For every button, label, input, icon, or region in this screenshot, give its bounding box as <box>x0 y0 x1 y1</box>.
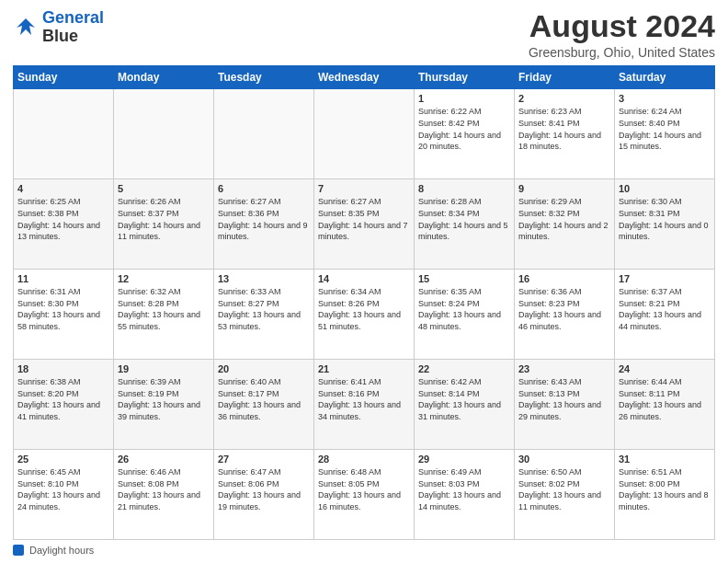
day-info: Sunrise: 6:27 AM Sunset: 8:36 PM Dayligh… <box>218 196 310 242</box>
day-info: Sunrise: 6:37 AM Sunset: 8:21 PM Dayligh… <box>619 286 711 332</box>
day-number: 25 <box>17 454 109 465</box>
day-number: 20 <box>218 363 310 374</box>
table-row <box>14 89 114 179</box>
table-row: 13Sunrise: 6:33 AM Sunset: 8:27 PM Dayli… <box>214 270 314 360</box>
daylight-indicator <box>13 545 24 556</box>
table-row: 17Sunrise: 6:37 AM Sunset: 8:21 PM Dayli… <box>615 270 715 360</box>
day-info: Sunrise: 6:50 AM Sunset: 8:02 PM Dayligh… <box>518 466 610 512</box>
day-info: Sunrise: 6:30 AM Sunset: 8:31 PM Dayligh… <box>619 196 711 242</box>
table-row: 21Sunrise: 6:41 AM Sunset: 8:16 PM Dayli… <box>314 360 415 450</box>
day-number: 2 <box>518 93 610 104</box>
page: General Blue August 2024 Greensburg, Ohi… <box>0 0 728 563</box>
day-info: Sunrise: 6:23 AM Sunset: 8:41 PM Dayligh… <box>518 106 610 152</box>
table-row: 27Sunrise: 6:47 AM Sunset: 8:06 PM Dayli… <box>214 450 314 540</box>
day-info: Sunrise: 6:46 AM Sunset: 8:08 PM Dayligh… <box>118 466 210 512</box>
table-row: 25Sunrise: 6:45 AM Sunset: 8:10 PM Dayli… <box>14 450 114 540</box>
day-number: 4 <box>17 183 109 194</box>
col-wednesday: Wednesday <box>314 66 415 89</box>
day-info: Sunrise: 6:38 AM Sunset: 8:20 PM Dayligh… <box>17 376 109 422</box>
footer: Daylight hours <box>13 545 715 556</box>
day-info: Sunrise: 6:42 AM Sunset: 8:14 PM Dayligh… <box>418 376 510 422</box>
table-row: 12Sunrise: 6:32 AM Sunset: 8:28 PM Dayli… <box>114 270 214 360</box>
day-number: 9 <box>518 183 610 194</box>
day-number: 23 <box>518 363 610 374</box>
calendar-header-row: Sunday Monday Tuesday Wednesday Thursday… <box>14 66 715 89</box>
col-sunday: Sunday <box>14 66 114 89</box>
col-saturday: Saturday <box>615 66 715 89</box>
header: General Blue August 2024 Greensburg, Ohi… <box>13 9 715 60</box>
day-number: 19 <box>118 363 210 374</box>
logo-bird-icon <box>13 15 39 40</box>
col-friday: Friday <box>515 66 615 89</box>
calendar-week-row: 11Sunrise: 6:31 AM Sunset: 8:30 PM Dayli… <box>14 270 715 360</box>
day-info: Sunrise: 6:32 AM Sunset: 8:28 PM Dayligh… <box>118 286 210 332</box>
day-number: 21 <box>318 363 410 374</box>
day-info: Sunrise: 6:47 AM Sunset: 8:06 PM Dayligh… <box>218 466 310 512</box>
day-number: 15 <box>418 273 510 284</box>
calendar-table: Sunday Monday Tuesday Wednesday Thursday… <box>13 65 715 540</box>
table-row: 7Sunrise: 6:27 AM Sunset: 8:35 PM Daylig… <box>314 179 415 270</box>
col-tuesday: Tuesday <box>214 66 314 89</box>
calendar-week-row: 4Sunrise: 6:25 AM Sunset: 8:38 PM Daylig… <box>14 179 715 270</box>
table-row: 30Sunrise: 6:50 AM Sunset: 8:02 PM Dayli… <box>515 450 615 540</box>
table-row: 5Sunrise: 6:26 AM Sunset: 8:37 PM Daylig… <box>114 179 214 270</box>
day-info: Sunrise: 6:36 AM Sunset: 8:23 PM Dayligh… <box>518 286 610 332</box>
day-number: 10 <box>619 183 711 194</box>
day-info: Sunrise: 6:22 AM Sunset: 8:42 PM Dayligh… <box>418 106 510 152</box>
table-row: 1Sunrise: 6:22 AM Sunset: 8:42 PM Daylig… <box>415 89 515 179</box>
day-number: 11 <box>17 273 109 284</box>
table-row: 23Sunrise: 6:43 AM Sunset: 8:13 PM Dayli… <box>515 360 615 450</box>
table-row: 3Sunrise: 6:24 AM Sunset: 8:40 PM Daylig… <box>615 89 715 179</box>
day-number: 13 <box>218 273 310 284</box>
day-info: Sunrise: 6:39 AM Sunset: 8:19 PM Dayligh… <box>118 376 210 422</box>
day-info: Sunrise: 6:31 AM Sunset: 8:30 PM Dayligh… <box>17 286 109 332</box>
table-row: 31Sunrise: 6:51 AM Sunset: 8:00 PM Dayli… <box>615 450 715 540</box>
svg-marker-0 <box>17 18 35 35</box>
table-row: 29Sunrise: 6:49 AM Sunset: 8:03 PM Dayli… <box>415 450 515 540</box>
day-info: Sunrise: 6:44 AM Sunset: 8:11 PM Dayligh… <box>619 376 711 422</box>
day-number: 28 <box>318 454 410 465</box>
day-number: 5 <box>118 183 210 194</box>
day-info: Sunrise: 6:25 AM Sunset: 8:38 PM Dayligh… <box>17 196 109 242</box>
table-row: 8Sunrise: 6:28 AM Sunset: 8:34 PM Daylig… <box>415 179 515 270</box>
day-info: Sunrise: 6:24 AM Sunset: 8:40 PM Dayligh… <box>619 106 711 152</box>
table-row: 28Sunrise: 6:48 AM Sunset: 8:05 PM Dayli… <box>314 450 415 540</box>
day-number: 30 <box>518 454 610 465</box>
day-info: Sunrise: 6:41 AM Sunset: 8:16 PM Dayligh… <box>318 376 410 422</box>
day-info: Sunrise: 6:49 AM Sunset: 8:03 PM Dayligh… <box>418 466 510 512</box>
logo-text: General Blue <box>42 9 104 46</box>
col-thursday: Thursday <box>415 66 515 89</box>
location: Greensburg, Ohio, United States <box>529 45 715 60</box>
table-row: 15Sunrise: 6:35 AM Sunset: 8:24 PM Dayli… <box>415 270 515 360</box>
table-row <box>214 89 314 179</box>
day-number: 22 <box>418 363 510 374</box>
day-number: 14 <box>318 273 410 284</box>
table-row: 2Sunrise: 6:23 AM Sunset: 8:41 PM Daylig… <box>515 89 615 179</box>
day-number: 17 <box>619 273 711 284</box>
calendar-week-row: 1Sunrise: 6:22 AM Sunset: 8:42 PM Daylig… <box>14 89 715 179</box>
day-number: 31 <box>619 454 711 465</box>
day-info: Sunrise: 6:45 AM Sunset: 8:10 PM Dayligh… <box>17 466 109 512</box>
day-number: 18 <box>17 363 109 374</box>
table-row: 10Sunrise: 6:30 AM Sunset: 8:31 PM Dayli… <box>615 179 715 270</box>
day-number: 27 <box>218 454 310 465</box>
day-info: Sunrise: 6:35 AM Sunset: 8:24 PM Dayligh… <box>418 286 510 332</box>
day-number: 24 <box>619 363 711 374</box>
table-row: 24Sunrise: 6:44 AM Sunset: 8:11 PM Dayli… <box>615 360 715 450</box>
table-row: 20Sunrise: 6:40 AM Sunset: 8:17 PM Dayli… <box>214 360 314 450</box>
calendar-week-row: 25Sunrise: 6:45 AM Sunset: 8:10 PM Dayli… <box>14 450 715 540</box>
day-number: 3 <box>619 93 711 104</box>
table-row: 9Sunrise: 6:29 AM Sunset: 8:32 PM Daylig… <box>515 179 615 270</box>
footer-label: Daylight hours <box>29 545 94 556</box>
day-info: Sunrise: 6:26 AM Sunset: 8:37 PM Dayligh… <box>118 196 210 242</box>
table-row: 14Sunrise: 6:34 AM Sunset: 8:26 PM Dayli… <box>314 270 415 360</box>
table-row: 16Sunrise: 6:36 AM Sunset: 8:23 PM Dayli… <box>515 270 615 360</box>
day-info: Sunrise: 6:29 AM Sunset: 8:32 PM Dayligh… <box>518 196 610 242</box>
table-row: 19Sunrise: 6:39 AM Sunset: 8:19 PM Dayli… <box>114 360 214 450</box>
table-row: 26Sunrise: 6:46 AM Sunset: 8:08 PM Dayli… <box>114 450 214 540</box>
table-row: 22Sunrise: 6:42 AM Sunset: 8:14 PM Dayli… <box>415 360 515 450</box>
day-info: Sunrise: 6:34 AM Sunset: 8:26 PM Dayligh… <box>318 286 410 332</box>
day-info: Sunrise: 6:33 AM Sunset: 8:27 PM Dayligh… <box>218 286 310 332</box>
day-number: 16 <box>518 273 610 284</box>
col-monday: Monday <box>114 66 214 89</box>
